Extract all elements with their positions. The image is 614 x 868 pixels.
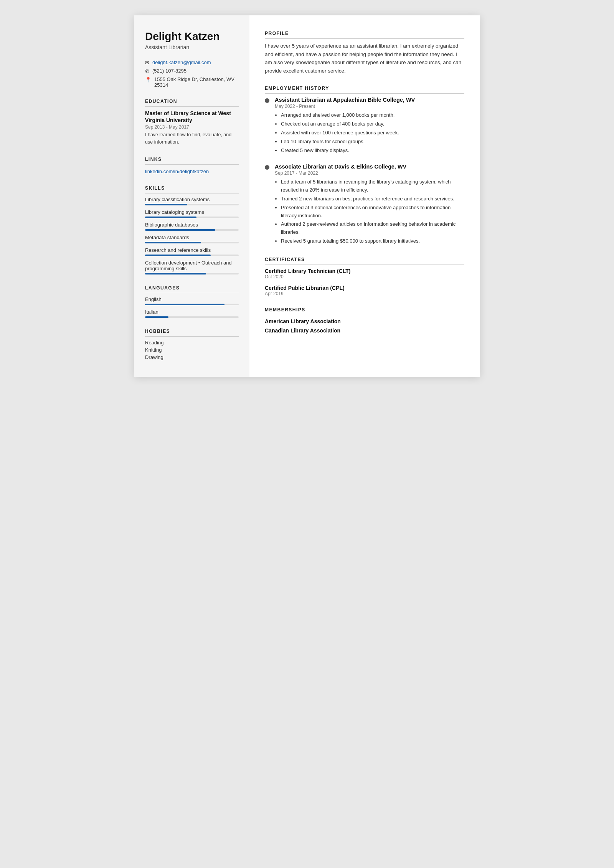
certificates-heading: CERTIFICATES xyxy=(265,257,464,265)
linkedin-link[interactable]: linkedin.com/in/delightkatzen xyxy=(145,169,209,174)
job-dates: Sep 2017 - Mar 2022 xyxy=(275,170,464,176)
certificate-name: Certified Public Librarian (CPL) xyxy=(265,285,464,291)
skill-name: Research and reference skills xyxy=(145,247,239,253)
certificate-date: Oct 2020 xyxy=(265,274,464,279)
job-bullet: Arranged and shelved over 1,000 books pe… xyxy=(281,111,464,119)
job-dates: May 2022 - Present xyxy=(275,104,464,109)
hobbies-list: ReadingKnittingDrawing xyxy=(145,340,239,360)
hobby-item: Reading xyxy=(145,340,239,346)
links-heading: LINKS xyxy=(145,157,239,165)
membership-entry: Canadian Library Association xyxy=(265,327,464,334)
linkedin-link-container: linkedin.com/in/delightkatzen xyxy=(145,168,239,175)
skill-bar-background xyxy=(145,217,239,218)
skills-list: Library classification systems Library c… xyxy=(145,197,239,274)
skill-item: Library classification systems xyxy=(145,197,239,205)
edu-description: I have learned how to find, evaluate, an… xyxy=(145,131,239,146)
job-entry: Assistant Librarian at Appalachian Bible… xyxy=(265,97,464,155)
job-bullet: Trained 2 new librarians on best practic… xyxy=(281,195,464,203)
skill-item: Research and reference skills xyxy=(145,247,239,256)
memberships-list: American Library AssociationCanadian Lib… xyxy=(265,318,464,334)
job-title: Assistant Librarian at Appalachian Bible… xyxy=(275,97,464,103)
skill-item: Bibliographic databases xyxy=(145,222,239,231)
language-bar-background xyxy=(145,304,239,305)
profile-section: PROFILE I have over 5 years of experienc… xyxy=(265,31,464,75)
skill-item: Collection development • Outreach and pr… xyxy=(145,260,239,274)
language-name: Italian xyxy=(145,309,239,315)
language-bar-fill xyxy=(145,316,168,318)
hobbies-heading: HOBBIES xyxy=(145,329,239,337)
skill-bar-fill xyxy=(145,217,196,218)
hobby-item: Drawing xyxy=(145,354,239,360)
skill-item: Library cataloging systems xyxy=(145,209,239,218)
candidate-name: Delight Katzen xyxy=(145,31,239,43)
skill-name: Bibliographic databases xyxy=(145,222,239,228)
job-dot-col xyxy=(265,164,269,246)
phone-number: (521) 107-8295 xyxy=(152,68,187,74)
job-bullet: Assisted with over 100 reference questio… xyxy=(281,129,464,137)
skill-bar-background xyxy=(145,255,239,256)
sidebar: Delight Katzen Assistant Librarian ✉ del… xyxy=(134,15,249,377)
job-title: Associate Librarian at Davis & Elkins Co… xyxy=(275,164,464,170)
certificate-entry: Certified Library Technician (CLT) Oct 2… xyxy=(265,268,464,279)
job-bullet: Created 5 new library displays. xyxy=(281,147,464,155)
profile-text: I have over 5 years of experience as an … xyxy=(265,42,464,75)
memberships-section: MEMBERSHIPS American Library Association… xyxy=(265,307,464,334)
resume-container: Delight Katzen Assistant Librarian ✉ del… xyxy=(134,15,480,377)
skill-bar-background xyxy=(145,229,239,231)
main-content: PROFILE I have over 5 years of experienc… xyxy=(249,15,480,377)
skill-bar-fill xyxy=(145,204,187,205)
jobs-list: Assistant Librarian at Appalachian Bible… xyxy=(265,97,464,246)
certificates-list: Certified Library Technician (CLT) Oct 2… xyxy=(265,268,464,296)
candidate-title: Assistant Librarian xyxy=(145,44,239,50)
skill-bar-fill xyxy=(145,229,215,231)
job-dot xyxy=(265,98,269,103)
job-bullets: Led a team of 5 librarians in revamping … xyxy=(275,178,464,245)
job-dot xyxy=(265,165,269,170)
skill-name: Library cataloging systems xyxy=(145,209,239,215)
job-bullet: Led a team of 5 librarians in revamping … xyxy=(281,178,464,194)
skill-bar-fill xyxy=(145,242,201,243)
email-link[interactable]: delight.katzen@gmail.com xyxy=(152,60,211,65)
education-heading: EDUCATION xyxy=(145,99,239,107)
certificate-name: Certified Library Technician (CLT) xyxy=(265,268,464,274)
job-content: Associate Librarian at Davis & Elkins Co… xyxy=(275,164,464,246)
address-text: 1555 Oak Ridge Dr, Charleston, WV 25314 xyxy=(154,76,239,88)
job-bullets: Arranged and shelved over 1,000 books pe… xyxy=(275,111,464,154)
skill-item: Metadata standards xyxy=(145,235,239,243)
job-content: Assistant Librarian at Appalachian Bible… xyxy=(275,97,464,155)
language-name: English xyxy=(145,296,239,302)
skills-heading: SKILLS xyxy=(145,185,239,193)
contact-email: ✉ delight.katzen@gmail.com xyxy=(145,60,239,66)
location-icon: 📍 xyxy=(145,77,151,83)
hobby-item: Knitting xyxy=(145,347,239,353)
job-bullet: Presented at 3 national conferences on i… xyxy=(281,204,464,220)
languages-heading: LANGUAGES xyxy=(145,285,239,293)
contact-phone: ✆ (521) 107-8295 xyxy=(145,68,239,74)
certificate-date: Apr 2019 xyxy=(265,291,464,296)
job-bullet: Received 5 grants totaling $50,000 to su… xyxy=(281,237,464,245)
job-bullet: Checked out an average of 400 books per … xyxy=(281,120,464,128)
language-item: Italian xyxy=(145,309,239,318)
edu-degree: Master of Library Science at West Virgin… xyxy=(145,110,239,124)
membership-entry: American Library Association xyxy=(265,318,464,324)
employment-section: EMPLOYMENT HISTORY Assistant Librarian a… xyxy=(265,86,464,246)
job-bullet: Authored 2 peer-reviewed articles on inf… xyxy=(281,220,464,236)
phone-icon: ✆ xyxy=(145,68,149,74)
contact-address: 📍 1555 Oak Ridge Dr, Charleston, WV 2531… xyxy=(145,76,239,88)
language-bar-fill xyxy=(145,304,224,305)
languages-list: English Italian xyxy=(145,296,239,318)
certificate-entry: Certified Public Librarian (CPL) Apr 201… xyxy=(265,285,464,296)
profile-heading: PROFILE xyxy=(265,31,464,39)
skill-bar-background xyxy=(145,273,239,274)
email-icon: ✉ xyxy=(145,60,149,66)
skill-bar-fill xyxy=(145,273,206,274)
job-dot-col xyxy=(265,97,269,155)
skill-bar-background xyxy=(145,204,239,205)
employment-heading: EMPLOYMENT HISTORY xyxy=(265,86,464,94)
skill-bar-fill xyxy=(145,255,211,256)
skill-name: Metadata standards xyxy=(145,235,239,240)
memberships-heading: MEMBERSHIPS xyxy=(265,307,464,315)
skill-name: Collection development • Outreach and pr… xyxy=(145,260,239,271)
language-item: English xyxy=(145,296,239,305)
job-entry: Associate Librarian at Davis & Elkins Co… xyxy=(265,164,464,246)
